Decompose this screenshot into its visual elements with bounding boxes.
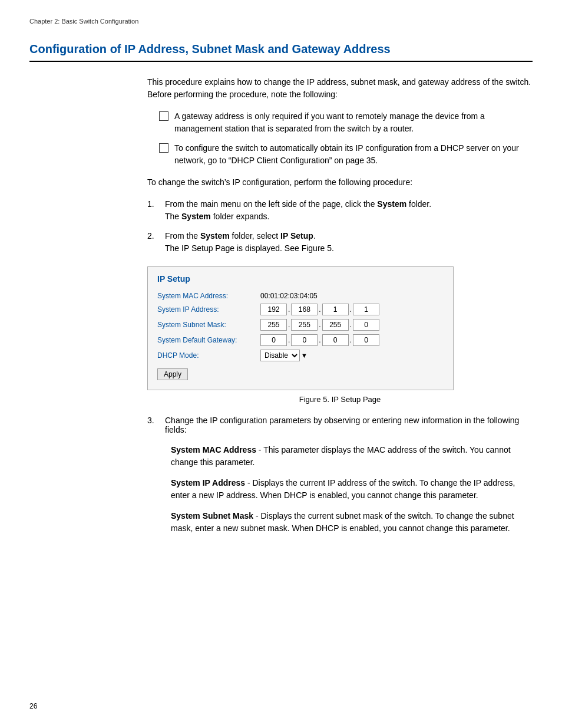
ip-address-fields: . . .: [260, 304, 379, 315]
gateway-fields: . . .: [260, 334, 379, 346]
apply-button[interactable]: Apply: [157, 368, 188, 380]
ip-address-row: System IP Address: . . .: [157, 304, 444, 315]
subnet-mask-row: System Subnet Mask: . . .: [157, 319, 444, 331]
subnet-octet-4[interactable]: [353, 319, 379, 331]
apply-row: Apply: [157, 365, 444, 380]
step-3-num: 3.: [147, 416, 165, 425]
subnet-octet-2[interactable]: [291, 319, 318, 331]
ip-dot-2: .: [319, 305, 320, 314]
ip-address-octet-4[interactable]: [353, 304, 379, 315]
gateway-octet-4[interactable]: [353, 334, 379, 346]
ip-address-octet-1[interactable]: [260, 304, 287, 315]
step-2-bold-2: IP Setup: [280, 231, 313, 241]
step-3-row: 3. Change the IP configuration parameter…: [147, 416, 533, 434]
step-2-num: 2.: [147, 230, 165, 242]
dhcp-mode-row: DHCP Mode: Disable ▼: [157, 350, 444, 361]
field-desc-ip: System IP Address - Displays the current…: [171, 477, 533, 502]
ip-address-octet-2[interactable]: [291, 304, 318, 315]
field-desc-ip-label: System IP Address: [171, 478, 245, 487]
dhcp-mode-label: DHCP Mode:: [157, 351, 260, 360]
field-desc-subnet: System Subnet Mask - Displays the curren…: [171, 510, 533, 535]
gateway-octet-1[interactable]: [260, 334, 287, 346]
step-1: 1. From the main menu on the left side o…: [147, 198, 533, 223]
step-1-bold-1: System: [377, 199, 406, 209]
bullet-list: A gateway address is only required if yo…: [159, 110, 533, 167]
subnet-dot-3: .: [350, 321, 352, 329]
field-desc-mac-label: System MAC Address: [171, 445, 256, 454]
ip-address-label: System IP Address:: [157, 305, 260, 314]
mac-address-row: System MAC Address: 00:01:02:03:04:05: [157, 292, 444, 300]
field-desc-mac: System MAC Address - This parameter disp…: [171, 444, 533, 469]
subnet-dot-1: .: [288, 321, 290, 329]
ip-setup-title: IP Setup: [157, 274, 444, 284]
page-number: 26: [29, 702, 37, 710]
ip-address-octet-3[interactable]: [322, 304, 349, 315]
ip-dot-3: .: [350, 305, 352, 314]
subnet-mask-label: System Subnet Mask:: [157, 321, 260, 329]
gateway-dot-1: .: [288, 336, 290, 344]
field-desc-list: System MAC Address - This parameter disp…: [171, 444, 533, 535]
step-1-content: From the main menu on the left side of t…: [165, 198, 533, 223]
chapter-header: Chapter 2: Basic Switch Configuration: [29, 18, 533, 25]
bullet-icon-2: [159, 143, 168, 153]
field-desc-subnet-label: System Subnet Mask: [171, 511, 253, 521]
gateway-row: System Default Gateway: . . .: [157, 334, 444, 346]
step-1-num: 1.: [147, 198, 165, 210]
ip-setup-box: IP Setup System MAC Address: 00:01:02:03…: [147, 266, 454, 390]
subnet-octet-3[interactable]: [322, 319, 349, 331]
ip-dot-1: .: [288, 305, 290, 314]
bullet-item-1: A gateway address is only required if yo…: [159, 110, 533, 135]
subnet-octet-1[interactable]: [260, 319, 287, 331]
subnet-dot-2: .: [319, 321, 320, 329]
step-2: 2. From the System folder, select IP Set…: [147, 230, 533, 255]
step-3-container: 3. Change the IP configuration parameter…: [147, 416, 533, 535]
bullet-text-2: To configure the switch to automatically…: [174, 142, 533, 167]
step-3-intro: Change the IP configuration parameters b…: [165, 416, 533, 434]
figure-caption: Figure 5. IP Setup Page: [147, 395, 533, 404]
bullet-icon-1: [159, 111, 168, 121]
main-content: This procedure explains how to change th…: [147, 76, 533, 535]
section-title: Configuration of IP Address, Subnet Mask…: [29, 42, 533, 62]
gateway-octet-2[interactable]: [291, 334, 318, 346]
dhcp-mode-select[interactable]: Disable: [260, 350, 300, 361]
step-list: 1. From the main menu on the left side o…: [147, 198, 533, 255]
mac-address-label: System MAC Address:: [157, 292, 260, 300]
bullet-item-2: To configure the switch to automatically…: [159, 142, 533, 167]
gateway-dot-2: .: [319, 336, 320, 344]
step-2-content: From the System folder, select IP Setup.…: [165, 230, 533, 255]
step-2-bold-1: System: [200, 231, 230, 241]
bullet-text-1: A gateway address is only required if yo…: [174, 110, 533, 135]
subnet-mask-fields: . . .: [260, 319, 379, 331]
mac-address-value: 00:01:02:03:04:05: [260, 292, 318, 300]
intro-paragraph: This procedure explains how to change th…: [147, 76, 533, 101]
gateway-dot-3: .: [350, 336, 352, 344]
gateway-label: System Default Gateway:: [157, 336, 260, 344]
procedure-intro: To change the switch’s IP configuration,…: [147, 176, 533, 189]
gateway-octet-3[interactable]: [322, 334, 349, 346]
step-1-bold-2: System: [181, 212, 211, 221]
dhcp-dropdown-arrow: ▼: [301, 352, 308, 359]
